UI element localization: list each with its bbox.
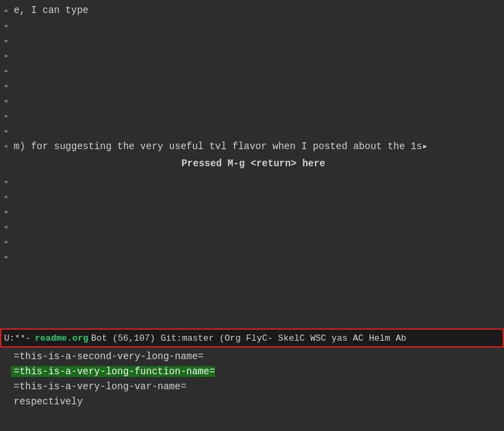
- editor-line: ◂: [0, 174, 504, 189]
- fringe-indicator: ◂: [0, 222, 11, 232]
- editor-line: ◂e, I can type: [0, 3, 504, 18]
- editor-line: ◂: [0, 249, 504, 264]
- fringe-indicator: ◂: [0, 51, 11, 61]
- fringe-indicator: ◂: [0, 237, 11, 247]
- editor-line: ◂: [0, 219, 504, 234]
- fringe-indicator: ◂: [0, 141, 11, 151]
- editor-line: ◂: [0, 123, 504, 138]
- fringe-indicator: ◂: [0, 36, 11, 46]
- editor-line: ◂m) for suggesting the very useful tvl f…: [0, 138, 504, 153]
- line-text: Pressed M-g <return> here: [179, 158, 325, 169]
- editor-line: ◂: [0, 189, 504, 204]
- editor-buffer: ◂e, I can type◂◂◂◂◂◂◂◂◂m) for suggesting…: [0, 0, 504, 328]
- editor-line: ◂: [0, 204, 504, 219]
- fringe-indicator: ◂: [0, 252, 11, 262]
- completion-item: =this-is-a-second-very-long-name=: [0, 349, 504, 364]
- editor-line: ◂: [0, 33, 504, 48]
- fringe-indicator: ◂: [0, 5, 11, 16]
- completion-text: =this-is-a-second-very-long-name=: [11, 351, 203, 362]
- fringe-indicator: ◂: [0, 66, 11, 76]
- fringe-indicator: ◂: [0, 126, 11, 136]
- minibuffer-area: =this-is-a-second-very-long-name==this-i…: [0, 348, 504, 410]
- completion-item: =this-is-a-very-long-function-name=: [0, 364, 504, 379]
- fringe-indicator: ◂: [0, 81, 11, 91]
- editor-line: ◂: [0, 18, 504, 33]
- buffer-filename: readme.org: [35, 333, 88, 343]
- editor-line: ◂: [0, 108, 504, 123]
- buffer-modified: U:**-: [4, 333, 31, 343]
- mode-line: U:**- readme.org Bot (56,107) Git:master…: [0, 328, 504, 348]
- fringe-indicator: ◂: [0, 21, 11, 31]
- completion-item: =this-is-a-very-long-var-name=: [0, 379, 504, 394]
- editor-line: ◂: [0, 48, 504, 63]
- fringe-indicator: ◂: [0, 111, 11, 121]
- fringe-indicator: ◂: [0, 96, 11, 106]
- editor-line: ◂: [0, 78, 504, 93]
- line-text: e, I can type: [11, 5, 88, 16]
- mode-line-info: Bot (56,107) Git:master (Org FlyC- SkelC…: [91, 333, 406, 343]
- editor-line: ◂: [0, 63, 504, 78]
- fringe-indicator: ◂: [0, 177, 11, 187]
- fringe-indicator: ◂: [0, 207, 11, 217]
- editor-line: ◂: [0, 93, 504, 108]
- editor-line: ◂: [0, 234, 504, 249]
- completion-text: =this-is-a-very-long-var-name=: [11, 381, 186, 392]
- completion-item: respectively: [0, 394, 504, 409]
- completion-selected: =this-is-a-very-long-function-name=: [11, 366, 215, 377]
- completion-text: respectively: [11, 396, 83, 407]
- line-text: m) for suggesting the very useful tvl fl…: [11, 140, 428, 152]
- fringe-indicator: ◂: [0, 192, 11, 202]
- editor-line: Pressed M-g <return> here: [0, 156, 504, 171]
